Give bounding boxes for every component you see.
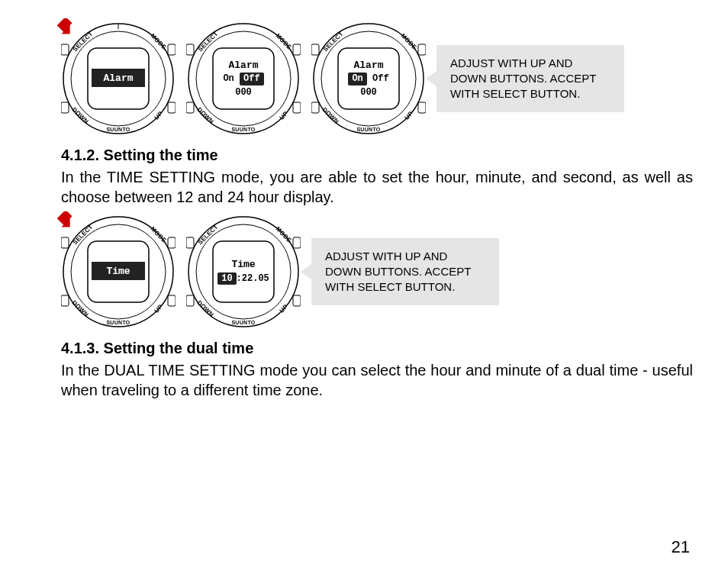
watch-screen: Alarm On Off 000 [338, 48, 399, 109]
page-number: 21 [672, 537, 690, 557]
watch-screen: Alarm [88, 48, 149, 109]
watch-screen: Time 10:22.05 [213, 241, 274, 302]
instruction-callout: ADJUST WITH UP AND DOWN BUTTONS. ACCEPT … [436, 45, 624, 113]
section-body-413: In the DUAL TIME SETTING mode you can se… [61, 360, 693, 400]
watch-diagram: SELECT MODE DOWN UP SUUNTO Time [61, 214, 176, 329]
section-heading-413: 4.1.3. Setting the dual time [61, 340, 693, 357]
svg-rect-34 [186, 237, 194, 248]
svg-rect-27 [61, 237, 69, 248]
watch-diagram: SELECT MODE DOWN UP SUUNTO Time 10:22.05 [186, 214, 301, 329]
svg-rect-6 [168, 44, 176, 55]
svg-rect-22 [418, 102, 426, 113]
watch-screen: Alarm On Off 000 [213, 48, 274, 109]
svg-rect-37 [293, 295, 301, 306]
svg-rect-7 [61, 102, 69, 113]
watch-diagram: SELECT MODE DOWN UP SUUNTO Alarm On Off … [186, 21, 301, 136]
time-setting-figure: SELECT MODE DOWN UP SUUNTO Time SELECT M… [61, 214, 693, 329]
svg-rect-13 [293, 44, 301, 55]
svg-rect-12 [186, 44, 194, 55]
section-heading-412: 4.1.2. Setting the time [61, 147, 693, 164]
section-body-412: In the TIME SETTING mode, you are able t… [61, 167, 693, 207]
svg-rect-20 [418, 44, 426, 55]
svg-rect-21 [311, 102, 319, 113]
svg-rect-30 [168, 295, 176, 306]
svg-rect-35 [293, 237, 301, 248]
brand-label: SUUNTO [106, 127, 130, 132]
svg-rect-15 [293, 102, 301, 113]
svg-rect-14 [186, 102, 194, 113]
svg-rect-19 [311, 44, 319, 55]
alarm-setting-figure: SELECT MODE DOWN UP SUUNTO Alarm SELECT … [61, 21, 693, 136]
svg-rect-8 [168, 102, 176, 113]
svg-rect-29 [61, 295, 69, 306]
watch-diagram: SELECT MODE DOWN UP SUUNTO Alarm On Off … [311, 21, 426, 136]
instruction-callout: ADJUST WITH UP AND DOWN BUTTONS. ACCEPT … [311, 238, 499, 306]
svg-rect-5 [61, 44, 69, 55]
watch-diagram: SELECT MODE DOWN UP SUUNTO Alarm [61, 21, 176, 136]
watch-screen: Time [88, 241, 149, 302]
svg-rect-28 [168, 237, 176, 248]
svg-rect-36 [186, 295, 194, 306]
